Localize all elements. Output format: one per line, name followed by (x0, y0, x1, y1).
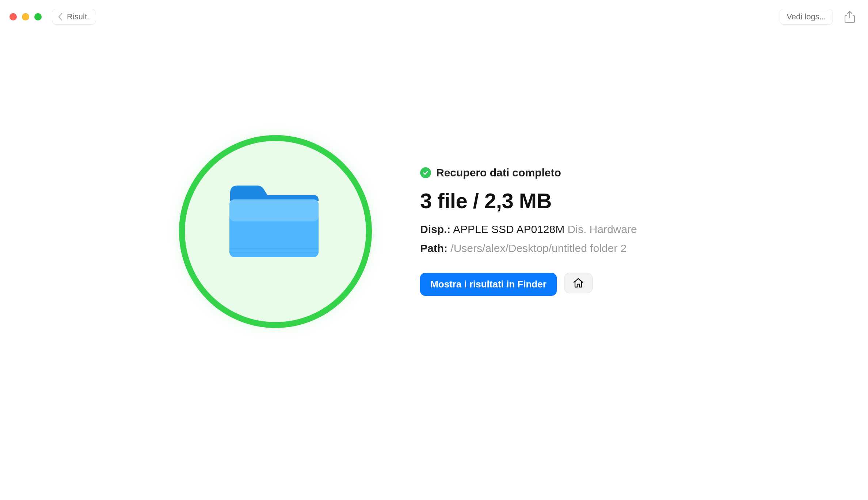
path-label: Path: (420, 242, 448, 254)
checkmark-icon (420, 167, 431, 178)
device-value: APPLE SSD AP0128M (453, 223, 564, 235)
view-logs-label: Vedi logs... (787, 12, 826, 21)
svg-rect-2 (229, 252, 319, 253)
titlebar: Risult. Vedi logs... (0, 0, 868, 26)
result-actions: Mostra i risultati in Finder (420, 273, 637, 296)
result-headline: 3 file / 2,3 MB (420, 188, 637, 213)
back-button[interactable]: Risult. (52, 9, 96, 25)
path-value: /Users/alex/Desktop/untitled folder 2 (450, 242, 627, 254)
share-icon (844, 11, 855, 23)
device-label: Disp.: (420, 223, 450, 235)
svg-rect-3 (229, 199, 319, 221)
minimize-window-button[interactable] (22, 13, 29, 20)
svg-rect-1 (229, 248, 319, 249)
traffic-lights (9, 13, 42, 20)
file-size: 2,3 MB (484, 189, 552, 213)
zoom-window-button[interactable] (34, 13, 42, 20)
result-info: Recupero dati completo 3 file / 2,3 MB D… (420, 167, 637, 296)
folder-icon (226, 179, 321, 264)
headline-sep: / (473, 189, 484, 213)
status-title: Recupero dati completo (436, 167, 561, 179)
device-suffix: Dis. Hardware (568, 223, 637, 235)
show-in-finder-button[interactable]: Mostra i risultati in Finder (420, 273, 557, 296)
home-button[interactable] (564, 273, 593, 293)
chevron-left-icon (57, 12, 63, 21)
home-icon (572, 277, 584, 289)
path-row: Path: /Users/alex/Desktop/untitled folde… (420, 242, 637, 255)
view-logs-button[interactable]: Vedi logs... (780, 9, 833, 25)
file-count: 3 file (420, 189, 467, 213)
show-in-finder-label: Mostra i risultati in Finder (430, 279, 547, 290)
close-window-button[interactable] (9, 13, 17, 20)
status-line: Recupero dati completo (420, 167, 637, 179)
device-row: Disp.: APPLE SSD AP0128M Dis. Hardware (420, 223, 637, 236)
right-controls: Vedi logs... (780, 8, 859, 26)
share-button[interactable] (841, 8, 859, 26)
back-button-label: Risult. (67, 12, 89, 22)
left-controls: Risult. (9, 9, 96, 25)
